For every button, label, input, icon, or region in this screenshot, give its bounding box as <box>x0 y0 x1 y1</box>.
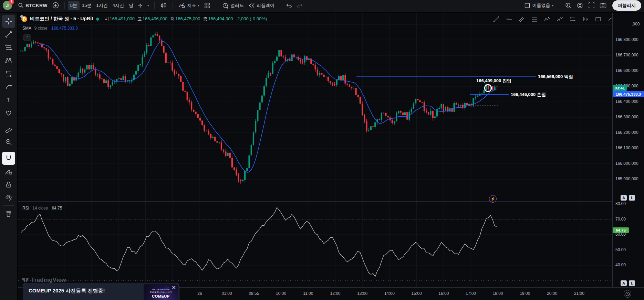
timezone-clock-button[interactable] <box>624 290 631 298</box>
ad-close-icon[interactable]: ✕ <box>172 285 176 291</box>
rsi-pane[interactable] <box>18 202 612 287</box>
layout-grid-button[interactable] <box>202 1 213 10</box>
rsi-axis-label: 70.00 <box>615 217 626 222</box>
emoji-tool-button[interactable] <box>2 106 15 119</box>
redo-button[interactable] <box>294 2 305 9</box>
timeframe-15분[interactable]: 15분 <box>80 1 94 10</box>
toolbar-separator <box>216 2 216 9</box>
pattern-tool-button[interactable] <box>2 54 15 67</box>
toolbar-separator <box>173 2 173 9</box>
lock-all-drawings-button[interactable] <box>2 178 15 191</box>
trend-line-tool-button[interactable] <box>2 28 15 41</box>
fav-parallel-channel-icon[interactable] <box>518 16 525 23</box>
time-axis-label: 14:00 <box>384 291 395 296</box>
time-axis-label: 01:00 <box>222 291 232 296</box>
fav-wave-icon[interactable] <box>544 16 551 23</box>
layout-select-button[interactable]: 이름없음 ▾ <box>522 1 556 10</box>
alert-clock-icon <box>222 2 229 9</box>
fib-retracement-tool-button[interactable] <box>2 41 15 54</box>
market-status-dot <box>96 18 99 21</box>
entry-price-label[interactable]: 166,499,000 진입 <box>476 78 511 84</box>
fav-bars-pattern-icon[interactable] <box>582 16 589 23</box>
magnet-mode-button[interactable] <box>2 152 15 165</box>
boost-lightning-button[interactable]: ⚡ <box>489 195 497 203</box>
fav-rectangle-icon[interactable] <box>595 16 602 23</box>
timeframe-날[interactable]: 날 <box>126 1 136 10</box>
timeframe-1시간[interactable]: 1시간 <box>94 1 110 10</box>
sma-value-tag: 166,475,333.3 <box>613 91 644 97</box>
time-axis-label: 12:00 <box>330 291 340 296</box>
rsi-axis-label: 80.00 <box>615 201 626 206</box>
crosshair-tool-button[interactable] <box>2 15 15 28</box>
rsi-value-tag: 64.75 <box>613 227 629 233</box>
rsi-indicator-legend[interactable]: RSI 14 close 64.75 <box>22 206 62 211</box>
price-axis-label: 166,300,000 <box>615 115 638 119</box>
price-axis[interactable]: ,000 166,800,000166,700,000166,600,00016… <box>612 13 644 287</box>
log-scale-button[interactable]: L <box>629 195 635 201</box>
publish-button[interactable]: 퍼블리시 <box>612 0 641 11</box>
quick-search-button[interactable] <box>562 1 574 10</box>
plus-circle-icon <box>52 2 59 9</box>
fav-trend-line-icon[interactable] <box>493 16 500 23</box>
position-tool-button[interactable] <box>2 67 15 80</box>
fav-fib-retracement-icon[interactable] <box>531 16 538 23</box>
symbol-title[interactable]: 비트코인 / 한국 원 · 5 · UpBit <box>30 16 93 22</box>
indicators-label: 지표 <box>187 2 196 9</box>
alert-button[interactable]: 얼러트 <box>219 1 246 10</box>
chart-style-button[interactable] <box>158 1 169 10</box>
drawing-mode-lock-button[interactable] <box>2 165 15 178</box>
text-tool-button[interactable]: T <box>2 93 15 106</box>
stop-loss-label[interactable]: 166,446,000 손절 <box>511 92 546 98</box>
rsi-auto-scale-button[interactable]: A <box>621 280 627 286</box>
sma-indicator-legend[interactable]: SMA 9 close 166,475,333.3 <box>22 26 78 31</box>
ohlc-key: 종 <box>203 16 207 21</box>
settings-button[interactable] <box>574 1 586 10</box>
drawing-toolbar: T <box>0 13 18 300</box>
indicators-button[interactable]: 지표 ▾ <box>176 1 202 10</box>
hide-drawings-button[interactable] <box>2 191 15 204</box>
symbol-search-button[interactable]: BTCKRW <box>15 1 50 10</box>
indicators-icon <box>178 2 185 9</box>
fav-brush-icon[interactable] <box>607 16 614 23</box>
measure-tool-button[interactable] <box>2 122 15 136</box>
rsi-log-scale-button[interactable]: L <box>629 280 635 286</box>
fav-elliott-wave-icon[interactable] <box>557 16 563 23</box>
change-value: -2,000 (-0.00%) <box>236 16 267 21</box>
undo-button[interactable] <box>283 2 294 9</box>
legend-collapse-button[interactable]: ⌃ <box>23 34 31 41</box>
fullscreen-button[interactable] <box>586 1 597 10</box>
time-axis-label: 18:00 <box>493 291 503 296</box>
ad-info-icon[interactable]: ▷ <box>166 285 169 290</box>
timeframe-4시간[interactable]: 4시간 <box>110 1 126 10</box>
auto-scale-button[interactable]: A <box>621 195 627 201</box>
time-axis-label: 10:00 <box>276 291 286 296</box>
brush-tool-button[interactable] <box>2 80 15 93</box>
fav-horizontal-ray-icon[interactable] <box>506 16 512 23</box>
avatar-letter: J <box>6 3 9 8</box>
replay-button[interactable]: 리플레이 <box>246 1 277 10</box>
symbol-name: BTCKRW <box>25 3 48 8</box>
timeframe-dropdown[interactable]: ▾ <box>145 2 152 9</box>
compare-add-button[interactable] <box>50 1 61 10</box>
notification-badge: 3 <box>9 0 14 4</box>
main-price-pane[interactable] <box>18 13 612 201</box>
ad-banner[interactable]: COMEUP 2025 사전등록 진행중! Recode the Future … <box>23 283 179 300</box>
fav-forecast-icon[interactable] <box>569 16 576 23</box>
time-axis-label: 26 <box>197 291 202 296</box>
rsi-params: 14 close <box>32 206 48 211</box>
user-avatar[interactable]: J 3 <box>3 1 12 10</box>
take-profit-label[interactable]: 166,566,000 익절 <box>538 74 573 80</box>
sma-name: SMA <box>22 26 31 31</box>
toolbar-separator <box>280 2 280 9</box>
pane-separator[interactable] <box>18 201 644 202</box>
chevron-down-icon: ▾ <box>552 4 553 7</box>
zoom-in-tool-button[interactable] <box>2 136 15 149</box>
ohlc-value: 166,491,000 <box>110 16 135 21</box>
snapshot-button[interactable] <box>597 1 609 10</box>
rsi-axis-label: 40.00 <box>615 262 626 267</box>
ad-headline: COMEUP 2025 사전등록 진행중! <box>29 288 105 294</box>
timeframe-5분[interactable]: 5분 <box>68 1 80 10</box>
timeframe-주[interactable]: 주 <box>136 1 145 10</box>
remove-drawings-button[interactable] <box>2 207 15 220</box>
chevron-down-icon: ▾ <box>147 4 149 7</box>
